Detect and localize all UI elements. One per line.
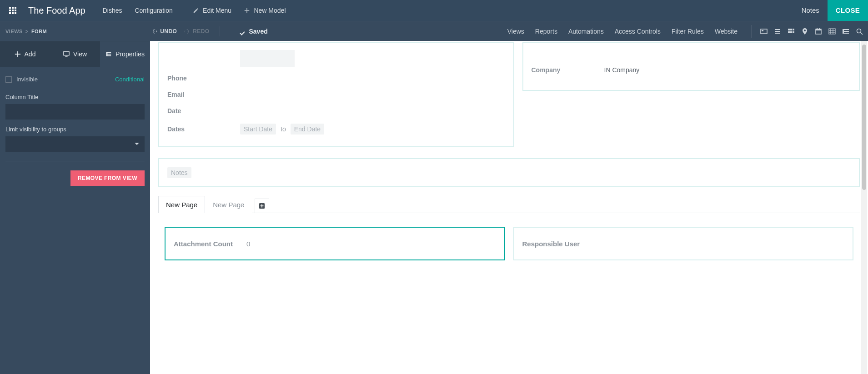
checkbox-icon: [5, 76, 12, 83]
responsible-user-label: Responsible User: [522, 240, 595, 248]
attachment-count-value: 0: [246, 240, 250, 248]
notes-link[interactable]: Notes: [793, 0, 828, 21]
nav-dishes[interactable]: Dishes: [96, 0, 129, 21]
date-to-label: to: [281, 125, 286, 133]
dates-label: Dates: [167, 125, 240, 133]
limit-visibility-label: Limit visibility to groups: [5, 126, 145, 133]
grid-view-icon[interactable]: [828, 27, 836, 35]
redo-label: REDO: [193, 28, 209, 35]
plus-square-icon: [259, 203, 265, 209]
start-date-placeholder[interactable]: Start Date: [240, 124, 276, 135]
nav-divider: [183, 5, 183, 16]
undo-label: UNDO: [160, 28, 177, 35]
breadcrumb: VIEWS > FORM: [5, 29, 47, 34]
image-placeholder[interactable]: [240, 50, 295, 67]
nav-configuration[interactable]: Configuration: [128, 0, 179, 21]
form-right-col: . Company IN Company: [522, 42, 860, 158]
add-page-tab-button[interactable]: [255, 199, 269, 213]
redo-button[interactable]: REDO: [184, 28, 209, 35]
saved-label: Saved: [249, 28, 268, 35]
notes-block[interactable]: Notes: [158, 158, 860, 187]
calendar-view-icon[interactable]: [814, 27, 823, 35]
pivot-view-icon[interactable]: [842, 27, 850, 35]
row-email[interactable]: Email: [167, 86, 505, 103]
apps-grid-icon: [9, 7, 16, 14]
responsible-user-card[interactable]: Responsible User: [513, 227, 854, 260]
row-date[interactable]: Date: [167, 103, 505, 119]
redo-icon: [184, 28, 190, 34]
link-website[interactable]: Website: [709, 21, 743, 41]
email-label: Email: [167, 91, 240, 98]
form-right-block[interactable]: . Company IN Company: [522, 42, 860, 91]
invisible-row: Invisible Conditional: [5, 74, 145, 87]
svg-rect-5: [788, 31, 790, 33]
card-view-icon[interactable]: [760, 27, 768, 35]
breadcrumb-sep: >: [25, 29, 29, 34]
svg-rect-9: [817, 28, 818, 30]
pencil-icon: [193, 8, 200, 14]
secondbar: VIEWS > FORM UNDO REDO Saved Views Repor…: [0, 21, 868, 41]
monitor-icon: [63, 51, 70, 57]
date-label: Date: [167, 107, 240, 115]
svg-rect-2: [788, 29, 790, 30]
attachment-count-card[interactable]: Attachment Count 0: [165, 227, 505, 260]
panel-tab-properties[interactable]: Properties: [100, 41, 150, 67]
map-view-icon[interactable]: [801, 27, 809, 35]
plus-icon: [244, 8, 251, 14]
svg-rect-11: [843, 29, 844, 34]
form-canvas: Phone Email Date Dates Start Date to End…: [150, 41, 868, 374]
notes-placeholder[interactable]: Notes: [167, 167, 191, 178]
canvas-inner: Phone Email Date Dates Start Date to End…: [158, 41, 860, 279]
tab-body: Attachment Count 0 Responsible User: [158, 213, 860, 279]
link-views[interactable]: Views: [502, 21, 530, 41]
panel-tab-view-label: View: [73, 50, 87, 58]
check-icon: [240, 28, 246, 35]
app-title[interactable]: The Food App: [28, 5, 85, 16]
link-access-controls[interactable]: Access Controls: [609, 21, 666, 41]
breadcrumb-current: FORM: [31, 29, 47, 34]
apps-launcher-icon[interactable]: [4, 0, 22, 21]
company-value[interactable]: IN Company: [604, 66, 640, 74]
row-phone[interactable]: Phone: [167, 70, 505, 86]
svg-rect-10: [819, 28, 820, 30]
invisible-checkbox[interactable]: Invisible: [5, 76, 38, 83]
link-filter-rules[interactable]: Filter Rules: [666, 21, 709, 41]
topbar: The Food App Dishes Configuration Edit M…: [0, 0, 868, 21]
remove-from-view-button[interactable]: REMOVE FROM VIEW: [70, 170, 145, 186]
svg-rect-1: [762, 30, 763, 31]
scrollbar-thumb[interactable]: [862, 45, 866, 190]
panel-tab-view[interactable]: View: [50, 41, 100, 67]
nav-edit-menu[interactable]: Edit Menu: [187, 0, 238, 21]
undo-button[interactable]: UNDO: [151, 28, 177, 35]
row-dates[interactable]: Dates Start Date to End Date: [167, 119, 505, 139]
svg-rect-14: [106, 52, 108, 56]
list-view-icon[interactable]: [773, 27, 782, 35]
topbar-right: Notes CLOSE: [793, 0, 868, 21]
row-company[interactable]: Company IN Company: [532, 62, 851, 78]
svg-rect-7: [793, 31, 794, 33]
phone-label: Phone: [167, 75, 240, 82]
close-button[interactable]: CLOSE: [828, 0, 868, 21]
column-title-label: Column Title: [5, 94, 145, 100]
search-icon[interactable]: [855, 27, 863, 35]
nav-edit-menu-label: Edit Menu: [203, 7, 231, 14]
top-nav: Dishes Configuration Edit Menu New Model: [96, 0, 292, 21]
end-date-placeholder[interactable]: End Date: [291, 124, 324, 135]
limit-visibility-select[interactable]: [5, 136, 145, 152]
column-title-input[interactable]: [5, 104, 145, 120]
breadcrumb-root[interactable]: VIEWS: [5, 29, 23, 34]
page-tab-2[interactable]: New Page: [205, 196, 252, 213]
link-automations[interactable]: Automations: [563, 21, 609, 41]
saved-indicator: Saved: [240, 28, 268, 35]
scrollbar-track[interactable]: [861, 41, 867, 374]
svg-rect-6: [790, 31, 792, 33]
conditional-link[interactable]: Conditional: [115, 76, 145, 83]
nav-new-model[interactable]: New Model: [238, 0, 292, 21]
link-reports[interactable]: Reports: [530, 21, 563, 41]
kanban-view-icon[interactable]: [787, 27, 795, 35]
panel-tabs: Add View Properties: [0, 41, 150, 67]
form-left-block[interactable]: Phone Email Date Dates Start Date to End…: [158, 42, 514, 147]
page-tab-1[interactable]: New Page: [158, 196, 205, 213]
panel-tab-add[interactable]: Add: [0, 41, 50, 67]
panel-body: Invisible Conditional Column Title Limit…: [0, 67, 150, 193]
